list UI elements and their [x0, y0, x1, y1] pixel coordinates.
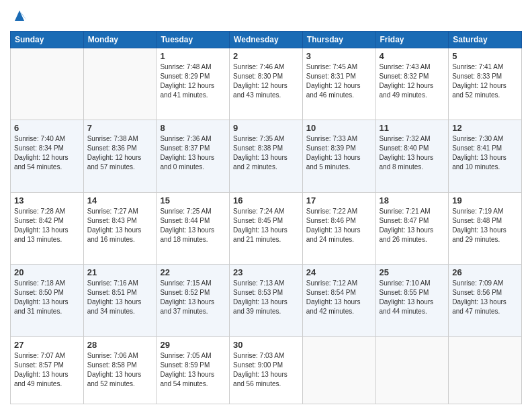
- calendar-cell: 30Sunrise: 7:03 AMSunset: 9:00 PMDayligh…: [230, 336, 303, 404]
- day-number: 19: [452, 195, 518, 205]
- day-header-saturday: Saturday: [449, 32, 522, 48]
- calendar-cell: 4Sunrise: 7:43 AMSunset: 8:32 PMDaylight…: [375, 48, 449, 120]
- day-number: 11: [380, 123, 445, 133]
- calendar-cell: 21Sunrise: 7:16 AMSunset: 8:51 PMDayligh…: [83, 265, 157, 336]
- calendar-cell: 20Sunrise: 7:18 AMSunset: 8:50 PMDayligh…: [11, 265, 84, 336]
- day-number: 6: [14, 123, 80, 133]
- day-number: 16: [233, 195, 299, 205]
- day-number: 20: [14, 267, 80, 277]
- calendar-cell: [302, 336, 375, 404]
- calendar-cell: 13Sunrise: 7:28 AMSunset: 8:42 PMDayligh…: [11, 192, 84, 264]
- calendar-header-row: SundayMondayTuesdayWednesdayThursdayFrid…: [11, 32, 522, 48]
- day-number: 23: [233, 267, 299, 277]
- cell-info: Sunrise: 7:38 AMSunset: 8:36 PMDaylight:…: [87, 134, 153, 172]
- calendar-cell: [449, 336, 522, 404]
- day-header-tuesday: Tuesday: [157, 32, 230, 48]
- cell-info: Sunrise: 7:09 AMSunset: 8:56 PMDaylight:…: [452, 279, 518, 316]
- cell-info: Sunrise: 7:12 AMSunset: 8:54 PMDaylight:…: [306, 279, 372, 316]
- cell-info: Sunrise: 7:07 AMSunset: 8:57 PMDaylight:…: [14, 351, 80, 389]
- day-number: 26: [452, 267, 518, 277]
- day-number: 17: [306, 195, 372, 205]
- cell-info: Sunrise: 7:33 AMSunset: 8:39 PMDaylight:…: [306, 134, 372, 172]
- calendar-cell: 17Sunrise: 7:22 AMSunset: 8:46 PMDayligh…: [302, 192, 375, 264]
- calendar-cell: [83, 48, 157, 120]
- day-number: 12: [452, 123, 518, 133]
- calendar-cell: 6Sunrise: 7:40 AMSunset: 8:34 PMDaylight…: [11, 120, 84, 192]
- day-number: 2: [233, 51, 299, 61]
- cell-info: Sunrise: 7:32 AMSunset: 8:40 PMDaylight:…: [380, 134, 445, 172]
- cell-info: Sunrise: 7:16 AMSunset: 8:51 PMDaylight:…: [87, 279, 153, 316]
- calendar-cell: 27Sunrise: 7:07 AMSunset: 8:57 PMDayligh…: [11, 336, 84, 404]
- day-number: 10: [306, 123, 372, 133]
- calendar-cell: 8Sunrise: 7:36 AMSunset: 8:37 PMDaylight…: [157, 120, 230, 192]
- calendar-cell: 5Sunrise: 7:41 AMSunset: 8:33 PMDaylight…: [449, 48, 522, 120]
- calendar-cell: 9Sunrise: 7:35 AMSunset: 8:38 PMDaylight…: [230, 120, 303, 192]
- cell-info: Sunrise: 7:18 AMSunset: 8:50 PMDaylight:…: [14, 279, 80, 316]
- day-number: 28: [87, 340, 153, 350]
- cell-info: Sunrise: 7:30 AMSunset: 8:41 PMDaylight:…: [452, 134, 518, 172]
- day-number: 7: [87, 123, 153, 133]
- cell-info: Sunrise: 7:15 AMSunset: 8:52 PMDaylight:…: [160, 279, 226, 316]
- day-number: 4: [380, 51, 445, 61]
- cell-info: Sunrise: 7:36 AMSunset: 8:37 PMDaylight:…: [160, 134, 226, 172]
- calendar-cell: 16Sunrise: 7:24 AMSunset: 8:45 PMDayligh…: [230, 192, 303, 264]
- calendar-cell: 28Sunrise: 7:06 AMSunset: 8:58 PMDayligh…: [83, 336, 157, 404]
- calendar-cell: 3Sunrise: 7:45 AMSunset: 8:31 PMDaylight…: [302, 48, 375, 120]
- cell-info: Sunrise: 7:46 AMSunset: 8:30 PMDaylight:…: [233, 62, 299, 100]
- header: [10, 7, 522, 26]
- cell-info: Sunrise: 7:45 AMSunset: 8:31 PMDaylight:…: [306, 62, 372, 100]
- day-number: 3: [306, 51, 372, 61]
- cell-info: Sunrise: 7:22 AMSunset: 8:46 PMDaylight:…: [306, 207, 372, 244]
- cell-info: Sunrise: 7:41 AMSunset: 8:33 PMDaylight:…: [452, 62, 518, 100]
- day-header-thursday: Thursday: [302, 32, 375, 48]
- calendar-table: SundayMondayTuesdayWednesdayThursdayFrid…: [10, 31, 522, 404]
- day-number: 5: [452, 51, 518, 61]
- calendar-cell: [375, 336, 449, 404]
- day-number: 1: [160, 51, 226, 61]
- calendar-cell: 23Sunrise: 7:13 AMSunset: 8:53 PMDayligh…: [230, 265, 303, 336]
- calendar-cell: 14Sunrise: 7:27 AMSunset: 8:43 PMDayligh…: [83, 192, 157, 264]
- day-header-wednesday: Wednesday: [230, 32, 303, 48]
- calendar-cell: 10Sunrise: 7:33 AMSunset: 8:39 PMDayligh…: [302, 120, 375, 192]
- day-number: 13: [14, 195, 80, 205]
- day-number: 14: [87, 195, 153, 205]
- cell-info: Sunrise: 7:13 AMSunset: 8:53 PMDaylight:…: [233, 279, 299, 316]
- day-number: 25: [380, 267, 445, 277]
- day-number: 22: [160, 267, 226, 277]
- cell-info: Sunrise: 7:43 AMSunset: 8:32 PMDaylight:…: [380, 62, 445, 100]
- svg-marker-0: [15, 11, 24, 21]
- calendar-cell: 26Sunrise: 7:09 AMSunset: 8:56 PMDayligh…: [449, 265, 522, 336]
- calendar-cell: [11, 48, 84, 120]
- day-number: 18: [380, 195, 445, 205]
- cell-info: Sunrise: 7:24 AMSunset: 8:45 PMDaylight:…: [233, 207, 299, 244]
- logo: [10, 7, 30, 26]
- calendar-cell: 22Sunrise: 7:15 AMSunset: 8:52 PMDayligh…: [157, 265, 230, 336]
- cell-info: Sunrise: 7:10 AMSunset: 8:55 PMDaylight:…: [380, 279, 445, 316]
- cell-info: Sunrise: 7:27 AMSunset: 8:43 PMDaylight:…: [87, 207, 153, 244]
- day-number: 15: [160, 195, 226, 205]
- calendar-cell: 18Sunrise: 7:21 AMSunset: 8:47 PMDayligh…: [375, 192, 449, 264]
- logo-icon: [10, 7, 29, 26]
- calendar-week-row: 13Sunrise: 7:28 AMSunset: 8:42 PMDayligh…: [11, 192, 522, 264]
- calendar-week-row: 20Sunrise: 7:18 AMSunset: 8:50 PMDayligh…: [11, 265, 522, 336]
- cell-info: Sunrise: 7:28 AMSunset: 8:42 PMDaylight:…: [14, 207, 80, 244]
- calendar-cell: 7Sunrise: 7:38 AMSunset: 8:36 PMDaylight…: [83, 120, 157, 192]
- cell-info: Sunrise: 7:21 AMSunset: 8:47 PMDaylight:…: [380, 207, 445, 244]
- cell-info: Sunrise: 7:25 AMSunset: 8:44 PMDaylight:…: [160, 207, 226, 244]
- day-number: 27: [14, 340, 80, 350]
- calendar-cell: 29Sunrise: 7:05 AMSunset: 8:59 PMDayligh…: [157, 336, 230, 404]
- day-number: 21: [87, 267, 153, 277]
- day-number: 29: [160, 340, 226, 350]
- calendar-cell: 1Sunrise: 7:48 AMSunset: 8:29 PMDaylight…: [157, 48, 230, 120]
- calendar-week-row: 1Sunrise: 7:48 AMSunset: 8:29 PMDaylight…: [11, 48, 522, 120]
- cell-info: Sunrise: 7:35 AMSunset: 8:38 PMDaylight:…: [233, 134, 299, 172]
- calendar-cell: 24Sunrise: 7:12 AMSunset: 8:54 PMDayligh…: [302, 265, 375, 336]
- cell-info: Sunrise: 7:19 AMSunset: 8:48 PMDaylight:…: [452, 207, 518, 244]
- cell-info: Sunrise: 7:05 AMSunset: 8:59 PMDaylight:…: [160, 351, 226, 389]
- day-number: 30: [233, 340, 299, 350]
- calendar-cell: 11Sunrise: 7:32 AMSunset: 8:40 PMDayligh…: [375, 120, 449, 192]
- calendar-cell: 15Sunrise: 7:25 AMSunset: 8:44 PMDayligh…: [157, 192, 230, 264]
- calendar-week-row: 6Sunrise: 7:40 AMSunset: 8:34 PMDaylight…: [11, 120, 522, 192]
- cell-info: Sunrise: 7:06 AMSunset: 8:58 PMDaylight:…: [87, 351, 153, 389]
- cell-info: Sunrise: 7:03 AMSunset: 9:00 PMDaylight:…: [233, 351, 299, 389]
